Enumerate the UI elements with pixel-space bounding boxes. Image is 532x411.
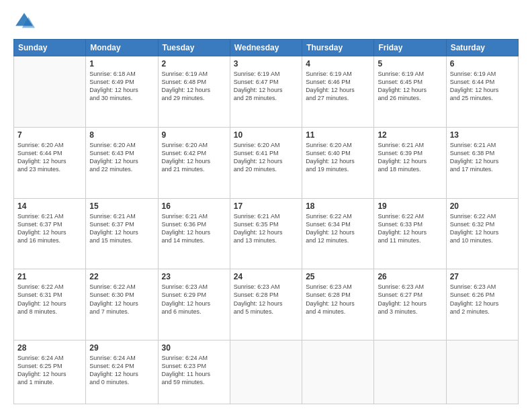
calendar-cell: [374, 340, 446, 404]
calendar-table: SundayMondayTuesdayWednesdayThursdayFrid…: [13, 39, 519, 404]
day-number: 5: [378, 59, 442, 68]
day-number: 1: [89, 59, 154, 68]
day-number: 6: [450, 59, 515, 68]
day-info: Sunrise: 6:21 AM Sunset: 6:35 PM Dayligh…: [234, 212, 298, 245]
calendar-cell: [14, 56, 86, 128]
day-number: 26: [378, 272, 442, 281]
calendar-cell: 21Sunrise: 6:22 AM Sunset: 6:31 PM Dayli…: [14, 269, 86, 340]
logo: [13, 11, 38, 32]
calendar-cell: 5Sunrise: 6:19 AM Sunset: 6:45 PM Daylig…: [374, 56, 446, 128]
calendar-cell: 28Sunrise: 6:24 AM Sunset: 6:25 PM Dayli…: [14, 340, 86, 404]
day-info: Sunrise: 6:20 AM Sunset: 6:44 PM Dayligh…: [17, 141, 82, 174]
calendar-cell: [446, 340, 518, 404]
calendar-cell: [302, 340, 374, 404]
day-info: Sunrise: 6:20 AM Sunset: 6:42 PM Dayligh…: [162, 141, 226, 174]
day-info: Sunrise: 6:24 AM Sunset: 6:23 PM Dayligh…: [162, 354, 226, 387]
calendar-header-tuesday: Tuesday: [158, 40, 230, 56]
page: SundayMondayTuesdayWednesdayThursdayFrid…: [0, 0, 532, 411]
calendar-cell: 23Sunrise: 6:23 AM Sunset: 6:29 PM Dayli…: [158, 269, 230, 340]
calendar-cell: [230, 340, 302, 404]
header: [13, 11, 519, 32]
day-number: 30: [162, 343, 226, 353]
calendar-cell: 26Sunrise: 6:23 AM Sunset: 6:27 PM Dayli…: [374, 269, 446, 340]
day-number: 15: [89, 201, 154, 211]
calendar-cell: 29Sunrise: 6:24 AM Sunset: 6:24 PM Dayli…: [86, 340, 158, 404]
day-info: Sunrise: 6:21 AM Sunset: 6:39 PM Dayligh…: [378, 141, 442, 174]
day-number: 7: [17, 130, 82, 140]
day-number: 14: [17, 201, 82, 211]
day-number: 11: [306, 130, 370, 140]
calendar-header-row: SundayMondayTuesdayWednesdayThursdayFrid…: [14, 40, 519, 56]
calendar-header-sunday: Sunday: [14, 40, 86, 56]
calendar-week-1: 7Sunrise: 6:20 AM Sunset: 6:44 PM Daylig…: [14, 127, 519, 198]
day-number: 17: [234, 201, 298, 211]
calendar-cell: 15Sunrise: 6:21 AM Sunset: 6:37 PM Dayli…: [86, 198, 158, 269]
calendar-cell: 7Sunrise: 6:20 AM Sunset: 6:44 PM Daylig…: [14, 127, 86, 198]
day-number: 2: [162, 59, 226, 68]
calendar-cell: 10Sunrise: 6:20 AM Sunset: 6:41 PM Dayli…: [230, 127, 302, 198]
day-info: Sunrise: 6:21 AM Sunset: 6:37 PM Dayligh…: [17, 212, 82, 245]
calendar-week-0: 1Sunrise: 6:18 AM Sunset: 6:49 PM Daylig…: [14, 56, 519, 128]
calendar-header-friday: Friday: [374, 40, 446, 56]
calendar-cell: 19Sunrise: 6:22 AM Sunset: 6:33 PM Dayli…: [374, 198, 446, 269]
day-number: 8: [89, 130, 154, 140]
day-info: Sunrise: 6:19 AM Sunset: 6:45 PM Dayligh…: [378, 70, 442, 103]
day-info: Sunrise: 6:22 AM Sunset: 6:30 PM Dayligh…: [89, 283, 154, 316]
day-info: Sunrise: 6:19 AM Sunset: 6:46 PM Dayligh…: [306, 70, 370, 103]
day-number: 10: [234, 130, 298, 140]
day-info: Sunrise: 6:23 AM Sunset: 6:27 PM Dayligh…: [378, 283, 442, 316]
calendar-cell: 14Sunrise: 6:21 AM Sunset: 6:37 PM Dayli…: [14, 198, 86, 269]
day-info: Sunrise: 6:19 AM Sunset: 6:47 PM Dayligh…: [234, 70, 298, 103]
day-info: Sunrise: 6:21 AM Sunset: 6:38 PM Dayligh…: [450, 141, 515, 174]
calendar-header-thursday: Thursday: [302, 40, 374, 56]
day-number: 19: [378, 201, 442, 211]
calendar-cell: 4Sunrise: 6:19 AM Sunset: 6:46 PM Daylig…: [302, 56, 374, 128]
day-number: 18: [306, 201, 370, 211]
day-number: 13: [450, 130, 515, 140]
day-info: Sunrise: 6:20 AM Sunset: 6:40 PM Dayligh…: [306, 141, 370, 174]
day-info: Sunrise: 6:20 AM Sunset: 6:41 PM Dayligh…: [234, 141, 298, 174]
calendar-cell: 18Sunrise: 6:22 AM Sunset: 6:34 PM Dayli…: [302, 198, 374, 269]
day-info: Sunrise: 6:22 AM Sunset: 6:32 PM Dayligh…: [450, 212, 515, 245]
calendar-cell: 24Sunrise: 6:23 AM Sunset: 6:28 PM Dayli…: [230, 269, 302, 340]
day-number: 3: [234, 59, 298, 68]
calendar-cell: 13Sunrise: 6:21 AM Sunset: 6:38 PM Dayli…: [446, 127, 518, 198]
day-info: Sunrise: 6:20 AM Sunset: 6:43 PM Dayligh…: [89, 141, 154, 174]
day-number: 22: [89, 272, 154, 281]
calendar-header-saturday: Saturday: [446, 40, 518, 56]
day-info: Sunrise: 6:21 AM Sunset: 6:37 PM Dayligh…: [89, 212, 154, 245]
calendar-cell: 22Sunrise: 6:22 AM Sunset: 6:30 PM Dayli…: [86, 269, 158, 340]
calendar-cell: 30Sunrise: 6:24 AM Sunset: 6:23 PM Dayli…: [158, 340, 230, 404]
day-info: Sunrise: 6:19 AM Sunset: 6:48 PM Dayligh…: [162, 70, 226, 103]
day-number: 16: [162, 201, 226, 211]
day-info: Sunrise: 6:18 AM Sunset: 6:49 PM Dayligh…: [89, 70, 154, 103]
calendar-cell: 25Sunrise: 6:23 AM Sunset: 6:28 PM Dayli…: [302, 269, 374, 340]
day-number: 27: [450, 272, 515, 281]
calendar-cell: 9Sunrise: 6:20 AM Sunset: 6:42 PM Daylig…: [158, 127, 230, 198]
logo-icon: [13, 11, 35, 32]
day-info: Sunrise: 6:24 AM Sunset: 6:24 PM Dayligh…: [89, 354, 154, 387]
day-info: Sunrise: 6:24 AM Sunset: 6:25 PM Dayligh…: [17, 354, 82, 387]
day-info: Sunrise: 6:22 AM Sunset: 6:34 PM Dayligh…: [306, 212, 370, 245]
calendar-cell: 6Sunrise: 6:19 AM Sunset: 6:44 PM Daylig…: [446, 56, 518, 128]
calendar-week-3: 21Sunrise: 6:22 AM Sunset: 6:31 PM Dayli…: [14, 269, 519, 340]
day-number: 12: [378, 130, 442, 140]
calendar-cell: 1Sunrise: 6:18 AM Sunset: 6:49 PM Daylig…: [86, 56, 158, 128]
day-number: 20: [450, 201, 515, 211]
day-number: 4: [306, 59, 370, 68]
calendar-cell: 16Sunrise: 6:21 AM Sunset: 6:36 PM Dayli…: [158, 198, 230, 269]
calendar-header-monday: Monday: [86, 40, 158, 56]
day-number: 28: [17, 343, 82, 353]
day-info: Sunrise: 6:21 AM Sunset: 6:36 PM Dayligh…: [162, 212, 226, 245]
day-number: 25: [306, 272, 370, 281]
calendar-cell: 3Sunrise: 6:19 AM Sunset: 6:47 PM Daylig…: [230, 56, 302, 128]
calendar-cell: 11Sunrise: 6:20 AM Sunset: 6:40 PM Dayli…: [302, 127, 374, 198]
day-number: 24: [234, 272, 298, 281]
calendar-cell: 2Sunrise: 6:19 AM Sunset: 6:48 PM Daylig…: [158, 56, 230, 128]
day-number: 29: [89, 343, 154, 353]
calendar-cell: 20Sunrise: 6:22 AM Sunset: 6:32 PM Dayli…: [446, 198, 518, 269]
calendar-cell: 27Sunrise: 6:23 AM Sunset: 6:26 PM Dayli…: [446, 269, 518, 340]
calendar-cell: 8Sunrise: 6:20 AM Sunset: 6:43 PM Daylig…: [86, 127, 158, 198]
day-info: Sunrise: 6:23 AM Sunset: 6:28 PM Dayligh…: [234, 283, 298, 316]
day-number: 23: [162, 272, 226, 281]
